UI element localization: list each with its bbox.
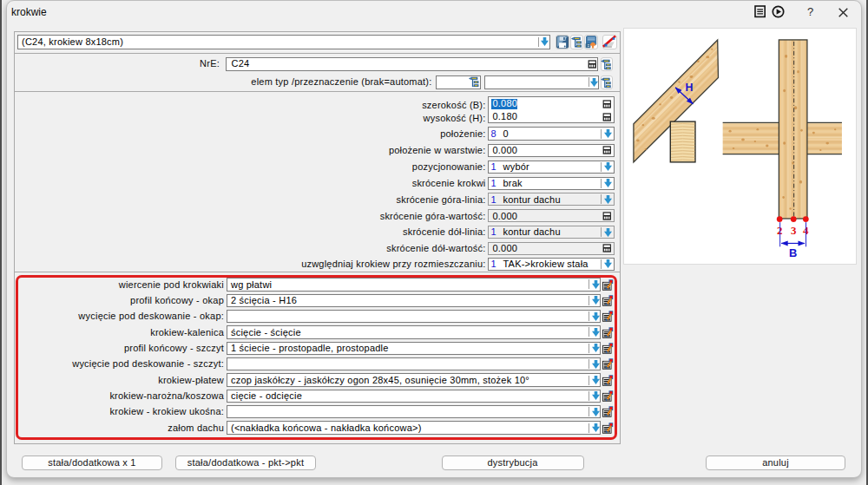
svg-text:B: B: [788, 246, 796, 259]
svg-text:3: 3: [791, 224, 796, 236]
svg-text:2: 2: [776, 224, 781, 236]
svg-text:H: H: [685, 81, 693, 93]
